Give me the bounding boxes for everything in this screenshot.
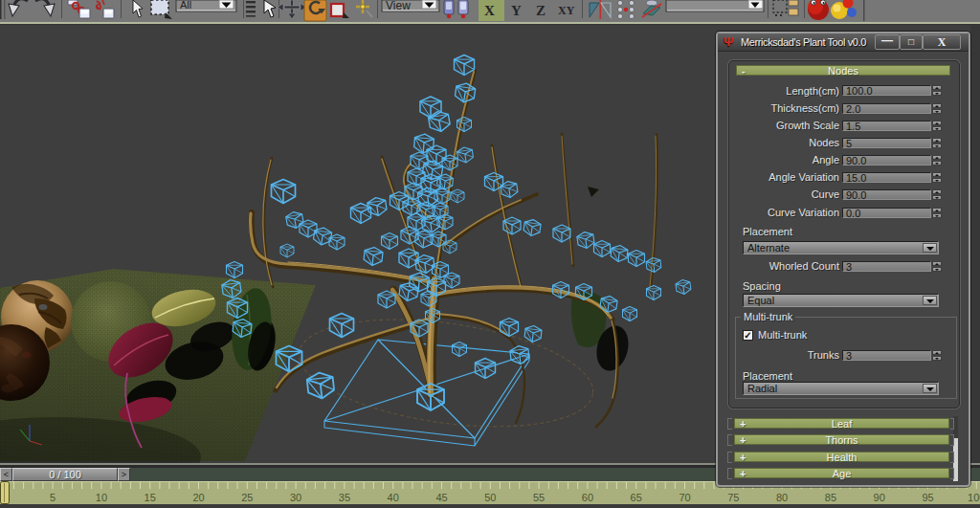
svg-text:25: 25	[241, 492, 253, 503]
svg-text:95: 95	[922, 492, 933, 503]
svg-text:55: 55	[533, 492, 545, 503]
svg-text:60: 60	[582, 492, 593, 503]
svg-text:70: 70	[679, 492, 690, 503]
svg-text:XY: XY	[558, 4, 575, 17]
svg-text:Y: Y	[511, 3, 522, 18]
svg-text:80: 80	[776, 492, 788, 503]
svg-text:50: 50	[484, 492, 496, 503]
svg-text:65: 65	[631, 492, 642, 503]
svg-text:X: X	[484, 3, 495, 18]
svg-text:Z: Z	[536, 3, 546, 18]
svg-text:40: 40	[388, 492, 399, 503]
svg-text:90: 90	[874, 492, 885, 503]
svg-text:15: 15	[145, 492, 156, 503]
svg-text:All: All	[180, 0, 191, 11]
svg-text:20: 20	[192, 492, 204, 503]
svg-text:35: 35	[339, 492, 350, 503]
svg-text:5: 5	[50, 492, 56, 503]
svg-text:30: 30	[290, 492, 301, 503]
svg-text:85: 85	[825, 492, 836, 503]
svg-text:10: 10	[96, 492, 107, 503]
svg-text:100: 100	[968, 492, 980, 503]
svg-text:75: 75	[727, 492, 739, 503]
svg-text:45: 45	[435, 492, 447, 503]
svg-text:View: View	[386, 0, 411, 12]
